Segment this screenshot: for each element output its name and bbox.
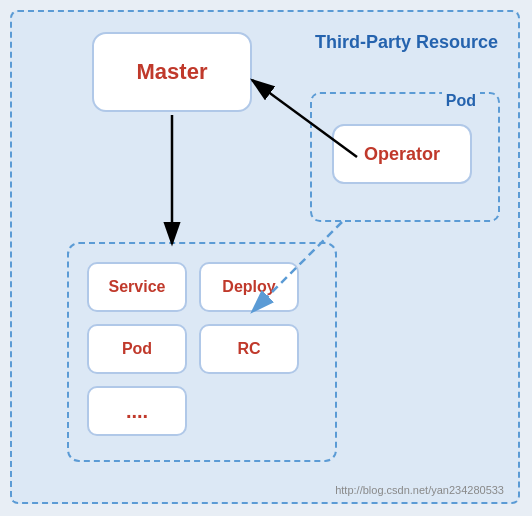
k8s-inner-box: Service Deploy Pod RC .... — [67, 242, 337, 462]
pod-box: Pod — [87, 324, 187, 374]
dots-box: .... — [87, 386, 187, 436]
service-label: Service — [109, 278, 166, 296]
deploy-label: Deploy — [222, 278, 275, 296]
operator-label: Operator — [364, 144, 440, 165]
pod-outer-box: Pod Operator — [310, 92, 500, 222]
outer-container: Master Third-Party Resource Pod Operator… — [10, 10, 520, 504]
master-label: Master — [137, 59, 208, 85]
master-box: Master — [92, 32, 252, 112]
watermark: http://blog.csdn.net/yan234280533 — [335, 484, 504, 496]
operator-box: Operator — [332, 124, 472, 184]
deploy-box: Deploy — [199, 262, 299, 312]
rc-box: RC — [199, 324, 299, 374]
pod-inner-label: Pod — [122, 340, 152, 358]
rc-label: RC — [237, 340, 260, 358]
service-box: Service — [87, 262, 187, 312]
dots-label: .... — [126, 400, 148, 423]
inner-grid: Service Deploy Pod RC .... — [87, 262, 299, 436]
third-party-label: Third-Party Resource — [315, 32, 498, 53]
pod-label: Pod — [442, 92, 480, 110]
